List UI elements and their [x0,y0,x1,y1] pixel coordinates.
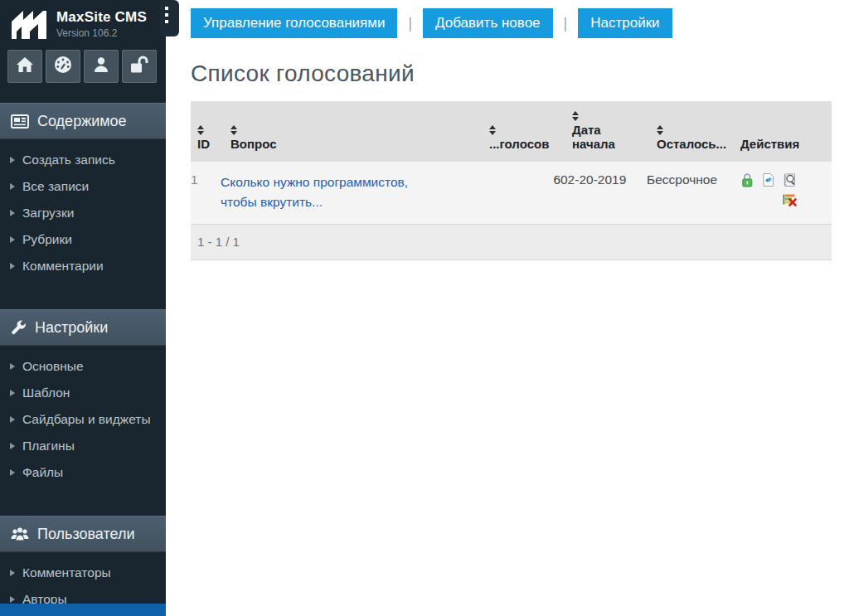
delete-poll-icon [782,192,797,210]
sidebar-item-label: Все записи [22,179,89,194]
column-header-votes[interactable]: ...голосов [486,101,560,162]
caret-right-icon [10,157,15,163]
content-menu: Создать запись Все записи Загрузки Рубри… [0,139,166,289]
sidebar-item-label: Создать запись [22,153,115,167]
poll-id: 1 [191,162,221,225]
sidebar-toggle-button[interactable] [160,0,179,36]
sidebar-item-label: Сайдбары и виджеты [22,412,151,427]
column-header-remaining[interactable]: Осталось... [647,101,740,162]
caret-right-icon [10,416,15,423]
sort-icon [572,111,579,121]
refresh-page-icon [761,172,775,191]
topbar: Управление голосованиями | Добавить ново… [191,8,832,38]
sidebar-item-label: Шаблон [22,386,70,400]
add-new-button[interactable]: Добавить новое [423,8,552,38]
sidebar-item-label: Рубрики [22,232,72,247]
wrench-icon [11,320,27,336]
pagination-info: 1 - 1 / 1 [191,225,832,260]
section-label: Содержимое [37,113,127,130]
sidebar-bottom-strip [0,604,166,616]
caret-right-icon [10,443,15,449]
caret-right-icon [10,210,15,216]
sidebar-item-label: Загрузки [22,206,74,221]
sort-icon [197,125,204,135]
caret-right-icon [10,570,15,576]
page-title: Список голосований [191,61,832,87]
newspaper-icon [11,114,29,129]
sort-icon [657,125,663,135]
column-header-question[interactable]: Вопрос [221,101,486,162]
dashboard-icon [53,55,73,78]
lock-action-button[interactable] [740,172,761,191]
home-icon [16,56,34,76]
polls-table: ID Вопрос ...голосов [191,101,832,260]
app-version: Version 106.2 [56,27,147,39]
vertical-dots-icon [165,7,168,10]
poll-start-date: 02-20-2019 [560,162,647,225]
sidebar-section-settings[interactable]: Настройки [0,309,166,346]
logo: MaxSite CMS Version 106.2 [0,0,166,46]
sidebar: MaxSite CMS Version 106.2 [0,0,166,616]
dashboard-button[interactable] [46,50,80,83]
vertical-dots-icon [165,13,168,17]
column-label: ID [197,137,210,151]
caret-right-icon [10,183,15,190]
section-label: Настройки [35,319,108,337]
poll-question-cell: Сколько нужно программистов, чтобы вкрут… [221,162,486,225]
sidebar-item-create-post[interactable]: Создать запись [10,147,166,173]
user-icon [92,56,110,77]
column-header-start-date[interactable]: Дата начала [560,101,647,162]
sidebar-item-comments[interactable]: Комментарии [10,253,166,279]
sidebar-item-label: Комментарии [22,259,104,274]
poll-question-link[interactable]: Сколько нужно программистов, чтобы вкрут… [221,172,428,212]
sidebar-item-label: Плагины [22,439,75,454]
caret-right-icon [10,363,15,370]
refresh-action-button[interactable] [761,172,782,191]
table-footer: 1 - 1 / 1 [191,225,832,260]
settings-menu: Основные Шаблон Сайдбары и виджеты Плаги… [0,346,166,496]
column-label: Действия [740,137,799,151]
poll-actions-cell [740,162,832,225]
sidebar-item-files[interactable]: Файлы [10,459,166,486]
quick-icons-row [0,46,166,83]
sidebar-section-content[interactable]: Содержимое [0,103,166,139]
sidebar-item-sidebars-widgets[interactable]: Сайдбары и виджеты [10,406,166,433]
column-label: Дата начала [572,123,622,151]
caret-right-icon [10,263,15,269]
column-label: Вопрос [230,137,277,151]
home-button[interactable] [7,50,42,83]
topbar-separator: | [408,15,412,32]
caret-right-icon [10,596,15,603]
sidebar-item-label: Основные [22,359,84,374]
table-header: ID Вопрос ...голосов [191,101,832,162]
sidebar-item-template[interactable]: Шаблон [10,380,166,406]
sidebar-item-all-posts[interactable]: Все записи [10,173,166,200]
manage-polls-button[interactable]: Управление голосованиями [191,8,397,38]
preview-icon [782,172,797,191]
column-label: Осталось... [657,137,726,151]
maxsite-m-logo [10,8,48,40]
main-content: Управление голосованиями | Добавить ново… [166,0,849,616]
delete-action-button[interactable] [782,192,803,210]
column-header-id[interactable]: ID [191,101,221,162]
app-title: MaxSite CMS [56,9,147,26]
sidebar-item-general[interactable]: Основные [10,353,166,380]
sidebar-item-categories[interactable]: Рубрики [10,226,166,253]
sidebar-item-plugins[interactable]: Плагины [10,433,166,459]
preview-action-button[interactable] [782,172,803,191]
settings-button[interactable]: Настройки [578,8,672,38]
sidebar-item-commentators[interactable]: Комментаторы [10,560,166,586]
sidebar-item-label: Файлы [22,465,63,480]
sort-icon [489,125,496,135]
topbar-separator: | [564,15,568,32]
unlock-icon [129,56,149,77]
logout-button[interactable] [122,50,157,83]
lock-icon [740,172,754,191]
vertical-dots-icon [165,20,168,23]
sidebar-item-uploads[interactable]: Загрузки [10,200,166,226]
table-row: 1 Сколько нужно программистов, чтобы вкр… [191,162,832,225]
section-label: Пользователи [37,526,134,543]
sidebar-section-users[interactable]: Пользователи [0,516,166,552]
user-button[interactable] [84,50,119,83]
sidebar-item-label: Комментаторы [22,565,111,580]
